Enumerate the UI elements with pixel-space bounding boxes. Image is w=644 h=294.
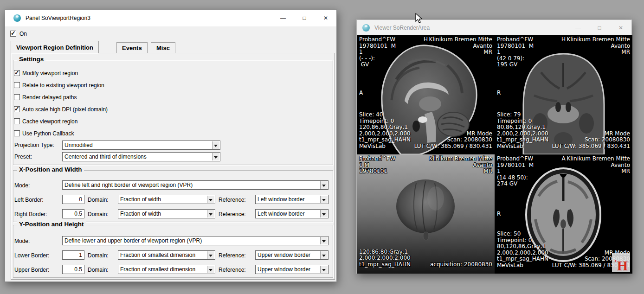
chevron-down-icon[interactable]: [207, 266, 214, 273]
upper-border-reference-select[interactable]: Upper window border: [255, 265, 328, 274]
patient-info: Proband^FW 19780101 M 1 (- - -): GV: [359, 37, 396, 68]
right-border-domain-select[interactable]: Fraction of width: [118, 209, 215, 218]
orientation-marker-top: A: [561, 156, 565, 162]
lower-border-input[interactable]: [62, 250, 84, 260]
viewer-window-title: Viewer SoRenderArea: [374, 25, 430, 31]
minimize-button[interactable]: —: [567, 20, 589, 35]
chevron-down-icon[interactable]: [320, 251, 328, 259]
selected-value: Left window border: [258, 211, 304, 217]
tab-events[interactable]: Events: [116, 42, 148, 53]
chevron-down-icon[interactable]: [320, 237, 328, 244]
domain-label: Domain:: [88, 252, 109, 259]
slice-info: Slice: 50 Timepoint: 0 80,120,86,Gray,1 …: [497, 231, 548, 268]
panel-titlebar[interactable]: Panel SoViewportRegion3 — □ ✕: [5, 10, 336, 26]
viewport-axial[interactable]: Proband^FW 19780101 M 1 (14 48 50): 274 …: [495, 154, 632, 274]
reference-label: Reference:: [219, 252, 246, 259]
selected-value: Upper window border: [258, 252, 310, 258]
maximize-button[interactable]: □: [294, 10, 315, 26]
selected-value: Unmodified: [64, 142, 93, 148]
orientation-marker-left: R: [497, 211, 501, 217]
render-delayed-paths-checkbox[interactable]: [14, 94, 20, 100]
maximize-button[interactable]: □: [589, 20, 610, 35]
lower-border-reference-select[interactable]: Upper window border: [255, 250, 328, 260]
y-mode-select[interactable]: Define lower and upper border of viewpor…: [62, 236, 328, 245]
viewer-titlebar[interactable]: Viewer SoRenderArea — □ ✕: [357, 20, 631, 35]
reference-label: Reference:: [219, 267, 246, 273]
upper-border-label: Upper Border:: [14, 267, 49, 273]
modify-viewport-region-checkbox[interactable]: [14, 70, 20, 76]
chevron-down-icon[interactable]: [212, 153, 219, 160]
upper-border-domain-select[interactable]: Fraction of smallest dimension: [118, 265, 215, 274]
reference-label: Reference:: [219, 197, 246, 203]
selected-value: Define left and right border of viewport…: [64, 182, 193, 188]
on-checkbox-label: On: [19, 31, 27, 37]
selected-value: Left window border: [258, 196, 304, 203]
chevron-down-icon[interactable]: [212, 141, 219, 149]
checkbox-label: Relate to existing viewport region: [22, 82, 104, 89]
minimize-button[interactable]: —: [272, 10, 294, 26]
projection-type-select[interactable]: Unmodified: [62, 141, 220, 150]
cache-viewport-region-checkbox[interactable]: [14, 118, 20, 124]
left-border-label: Left Border:: [14, 197, 44, 203]
right-border-reference-select[interactable]: Left window border: [255, 209, 328, 218]
site-info: Klinikum Bremen Mitte Avanto MR: [567, 37, 630, 56]
auto-scale-dpi-checkbox[interactable]: [14, 106, 20, 112]
checkbox-label: Modify viewport region: [22, 70, 78, 77]
orientation-marker-left: A: [359, 90, 363, 96]
selected-value: Fraction of smallest dimension: [120, 252, 195, 258]
on-checkbox[interactable]: [10, 31, 16, 37]
viewport-3d[interactable]: Proband^FW 1 M 19780101 Klinikum Bremen …: [357, 154, 495, 274]
x-mode-select[interactable]: Define left and right border of viewport…: [62, 180, 328, 190]
lower-border-label: Lower Border:: [14, 252, 49, 259]
scan-status: MR Mode Scan: 20080830 LUT C/W: 385.069 …: [552, 131, 630, 150]
panel-window: Panel SoViewportRegion3 — □ ✕ On Viewpor…: [5, 9, 337, 282]
viewport-coronal[interactable]: Proband^FW 19780101 M 1 (42 0 79): 195 G…: [495, 35, 632, 154]
left-border-domain-select[interactable]: Fraction of width: [118, 195, 215, 204]
viewport-sagittal[interactable]: Proband^FW 19780101 M 1 (- - -): GV H Kl…: [357, 35, 495, 154]
domain-label: Domain:: [88, 197, 109, 203]
orientation-marker-top: H: [424, 37, 428, 43]
projection-type-label: Projection Type:: [14, 142, 54, 148]
scan-status: acquisition: 20080830: [430, 262, 492, 268]
tab-label: Viewport Region Definition: [16, 44, 93, 51]
chevron-down-icon[interactable]: [320, 266, 328, 273]
tab-misc[interactable]: Misc: [151, 42, 175, 53]
scan-status: MR Mode Scan: 20080830 LUT C/W: 385.069 …: [414, 131, 492, 150]
mouse-cursor: [415, 13, 423, 24]
mevislab-icon: [13, 14, 21, 22]
right-border-input[interactable]: [62, 209, 84, 218]
domain-label: Domain:: [88, 267, 109, 273]
selected-value: Upper window border: [258, 266, 310, 273]
hahn-logo: H: [612, 253, 630, 272]
left-border-input[interactable]: [62, 195, 84, 204]
left-border-reference-select[interactable]: Left window border: [255, 195, 328, 204]
site-info: Klinikum Bremen Mitte Avanto MR: [567, 156, 630, 175]
y-mode-label: Mode:: [14, 238, 30, 244]
reference-label: Reference:: [219, 211, 246, 217]
upper-border-input[interactable]: [62, 265, 84, 274]
chevron-down-icon[interactable]: [320, 196, 328, 203]
preset-select[interactable]: Centered and third of dimensions: [62, 152, 220, 161]
chevron-down-icon[interactable]: [320, 181, 328, 189]
mevislab-icon: [362, 24, 370, 32]
close-button[interactable]: ✕: [610, 20, 631, 35]
viewer-window: Viewer SoRenderArea — □ ✕: [356, 19, 632, 274]
chevron-down-icon[interactable]: [207, 210, 214, 217]
chevron-down-icon[interactable]: [320, 210, 328, 217]
patient-info: Proband^FW 1 M 19780101: [359, 156, 395, 175]
tab-label: Misc: [156, 45, 170, 51]
relate-existing-viewport-checkbox[interactable]: [14, 82, 20, 88]
site-info: Klinikum Bremen Mitte Avanto MR: [429, 37, 492, 56]
selected-value: Fraction of smallest dimension: [120, 266, 195, 273]
close-button[interactable]: ✕: [315, 10, 336, 26]
slice-info: 120,86,80,Gray,1 2.000,2.000,2.000 t1_mp…: [359, 249, 411, 268]
checkbox-label: Cache viewport region: [22, 118, 77, 125]
tab-label: Events: [122, 45, 142, 51]
chevron-down-icon[interactable]: [207, 196, 214, 203]
lower-border-domain-select[interactable]: Fraction of smallest dimension: [118, 250, 215, 260]
chevron-down-icon[interactable]: [207, 251, 214, 259]
desktop: Panel SoViewportRegion3 — □ ✕ On Viewpor…: [0, 0, 644, 294]
use-python-callback-checkbox[interactable]: [14, 130, 20, 136]
domain-label: Domain:: [88, 211, 109, 217]
tab-viewport-region-definition[interactable]: Viewport Region Definition: [11, 41, 99, 53]
